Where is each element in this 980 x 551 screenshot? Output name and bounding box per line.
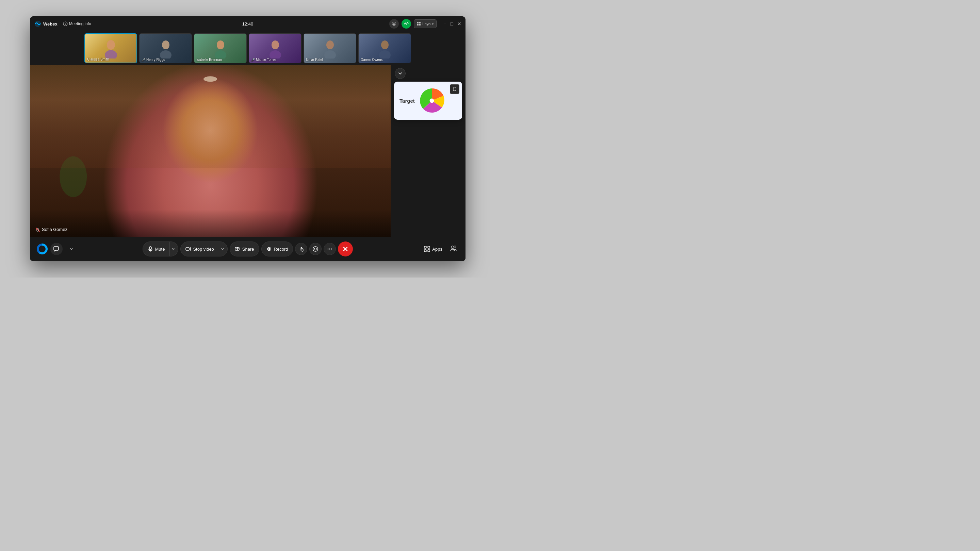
apps-icon: [424, 246, 430, 252]
window-controls: − □ ✕: [443, 21, 461, 27]
toolbar-left: [37, 243, 78, 255]
end-call-icon: [342, 246, 349, 252]
svg-rect-5: [417, 22, 418, 24]
video-chevron-icon: [221, 248, 224, 250]
webex-activity-ring: [37, 243, 48, 254]
emoji-button[interactable]: [309, 243, 321, 255]
svg-rect-29: [186, 248, 189, 250]
svg-point-46: [451, 246, 454, 249]
speaker-name: Sofia Gomez: [35, 227, 67, 232]
more-icon: [327, 246, 333, 252]
thumb-name-2: 🎤 Henry Riggs: [142, 58, 165, 62]
thumb-name-3: Isabelle Brennan: [196, 58, 222, 62]
close-button[interactable]: ✕: [457, 21, 461, 27]
minimize-button[interactable]: −: [443, 21, 446, 27]
participants-button[interactable]: [448, 243, 459, 254]
video-control: Stop video: [180, 241, 227, 256]
toolbar-right: Apps: [424, 243, 459, 254]
thumbnail-darren[interactable]: Darren Owens: [358, 33, 411, 63]
thumbnails-row: Clarissa Smith 🎤 Henry Riggs: [30, 31, 466, 65]
chat-dropdown-button[interactable]: [65, 243, 78, 255]
svg-point-47: [454, 246, 456, 248]
title-bar-right: Layout − □ ✕: [389, 19, 461, 29]
svg-point-18: [324, 50, 336, 59]
svg-rect-27: [150, 246, 151, 250]
share-button[interactable]: Share: [230, 241, 259, 256]
svg-point-25: [430, 98, 434, 103]
webex-logo-icon: [34, 20, 41, 27]
svg-point-33: [268, 248, 270, 250]
person-silhouette-6: [376, 38, 393, 59]
end-call-button[interactable]: [338, 241, 353, 256]
microphone-icon: [148, 246, 153, 252]
mute-chevron-icon: [172, 248, 175, 250]
svg-point-34: [313, 246, 318, 251]
settings-icon-btn[interactable]: [389, 19, 399, 29]
thumbnail-isabelle[interactable]: Isabelle Brennan: [194, 33, 247, 63]
svg-point-13: [217, 40, 224, 49]
thumbnail-marise[interactable]: 🎤 Marise Torres: [249, 33, 301, 63]
thumb-name-5: Umar Patel: [306, 58, 323, 62]
share-label: Share: [242, 246, 254, 252]
raise-hand-button[interactable]: [295, 243, 307, 255]
activity-icon: [404, 21, 409, 26]
chat-button[interactable]: [50, 243, 63, 255]
svg-point-36: [316, 248, 317, 249]
collapse-panel-button[interactable]: [395, 68, 406, 79]
maximize-button[interactable]: □: [450, 21, 453, 27]
svg-point-38: [329, 249, 331, 250]
svg-point-37: [328, 249, 329, 250]
expand-chart-button[interactable]: [450, 84, 460, 94]
svg-rect-26: [54, 246, 59, 250]
chevron-down-icon: [398, 71, 402, 76]
mute-indicator-marise: 🎤: [251, 58, 255, 62]
video-dropdown-button[interactable]: [219, 242, 227, 256]
record-button[interactable]: Record: [261, 241, 293, 256]
svg-rect-7: [417, 24, 418, 25]
svg-rect-45: [428, 250, 430, 252]
person-silhouette-2: [157, 38, 174, 59]
mute-dropdown-button[interactable]: [169, 242, 178, 256]
svg-point-15: [272, 40, 279, 49]
thumbnail-umar[interactable]: Umar Patel: [304, 33, 356, 63]
video-gradient: [30, 210, 391, 237]
layout-button[interactable]: Layout: [414, 19, 437, 28]
hand-icon: [298, 246, 304, 252]
svg-point-39: [331, 249, 332, 250]
svg-point-12: [160, 50, 172, 59]
chat-icon: [53, 246, 60, 252]
main-content: Sofia Gomez Target: [30, 65, 466, 237]
thumbnail-clarissa[interactable]: Clarissa Smith: [84, 33, 137, 63]
svg-point-20: [379, 50, 391, 59]
webex-logo: Webex: [34, 20, 57, 27]
apps-button[interactable]: Apps: [424, 246, 442, 252]
mute-label: Mute: [155, 246, 165, 252]
layout-icon: [417, 22, 421, 26]
svg-point-35: [314, 248, 315, 249]
toolbar-center: Mute Stop video: [143, 241, 353, 256]
chart-card-wrapper: Target: [394, 82, 462, 120]
speaker-mute-icon: [35, 227, 40, 232]
mute-button[interactable]: Mute: [143, 242, 170, 256]
stop-video-button[interactable]: Stop video: [181, 242, 218, 256]
activity-icon-btn[interactable]: [401, 19, 411, 29]
video-icon: [185, 246, 191, 252]
svg-rect-6: [419, 22, 421, 24]
svg-point-9: [107, 40, 115, 50]
svg-point-17: [326, 40, 334, 49]
title-bar: Webex i Meeting info 12:40: [30, 16, 466, 31]
person-silhouette-4: [267, 38, 284, 59]
record-label: Record: [274, 246, 288, 252]
meeting-time: 12:40: [242, 21, 253, 27]
svg-rect-8: [419, 24, 421, 25]
main-video: Sofia Gomez: [30, 65, 391, 237]
more-button[interactable]: [324, 243, 336, 255]
svg-rect-43: [428, 246, 430, 248]
thumbnail-henry[interactable]: 🎤 Henry Riggs: [139, 33, 192, 63]
svg-point-4: [392, 22, 396, 26]
svg-point-19: [381, 40, 388, 49]
app-window: Webex i Meeting info 12:40: [30, 16, 466, 261]
app-name: Webex: [43, 21, 57, 27]
mute-indicator-henry: 🎤: [142, 58, 145, 62]
meeting-info-btn[interactable]: i Meeting info: [63, 21, 91, 26]
